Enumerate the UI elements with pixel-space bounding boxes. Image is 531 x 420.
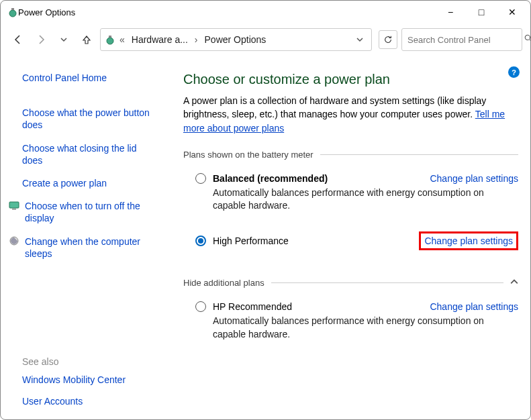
radio-high-performance[interactable] [195,235,206,246]
breadcrumb-hardware[interactable]: Hardware a... [129,33,191,46]
svg-rect-1 [11,8,14,10]
window-title: Power Options [18,7,435,17]
change-plan-balanced[interactable]: Change plan settings [430,173,518,184]
plan-high-performance-label[interactable]: High Performance [213,235,289,246]
change-plan-hp-recommended[interactable]: Change plan settings [430,301,518,312]
power-options-icon [105,34,115,45]
recent-dropdown[interactable] [54,30,73,49]
address-bar[interactable]: « Hardware a... › Power Options [100,28,372,51]
svg-rect-3 [109,36,111,38]
svg-point-4 [525,35,530,40]
maximize-button[interactable]: □ [466,2,497,22]
change-plan-high-performance[interactable]: Change plan settings [424,235,513,246]
sidebar-link-turn-off-display[interactable]: Choose when to turn off the display [25,200,152,224]
hide-additional-plans[interactable]: Hide additional plans [183,278,264,288]
plan-balanced-desc: Automatically balances performance with … [213,187,518,213]
plan-hp-recommended-label[interactable]: HP Recommended [213,301,292,312]
sidebar-link-closing-lid[interactable]: Choose what closing the lid does [22,142,152,166]
minimize-button[interactable]: − [435,2,466,22]
sleep-icon [9,235,19,246]
page-description: A power plan is a collection of hardware… [183,94,518,135]
see-also-user-accounts[interactable]: User Accounts [22,395,152,407]
up-button[interactable] [77,30,96,49]
search-input[interactable] [407,35,520,45]
sidebar-link-power-button[interactable]: Choose what the power button does [22,107,152,131]
chevron-right-icon[interactable]: › [193,34,199,45]
svg-rect-6 [9,202,19,208]
radio-hp-recommended[interactable] [195,301,206,312]
highlight-box: Change plan settings [419,231,518,250]
forward-button[interactable] [32,30,50,49]
breadcrumb-power-options[interactable]: Power Options [202,33,269,46]
radio-balanced[interactable] [195,173,206,184]
address-dropdown[interactable] [352,34,367,45]
sidebar-link-create-plan[interactable]: Create a power plan [22,177,152,189]
see-also-mobility-center[interactable]: Windows Mobility Center [22,374,152,386]
plan-balanced-label[interactable]: Balanced (recommended) [213,173,328,184]
help-button[interactable]: ? [508,66,520,78]
plan-hp-recommended-desc: Automatically balances performance with … [213,315,518,341]
see-also-label: See also [22,356,152,367]
description-text: A power plan is a collection of hardware… [183,95,486,119]
section-battery-meter: Plans shown on the battery meter [183,150,313,160]
control-panel-home-link[interactable]: Control Panel Home [22,72,152,84]
display-icon [9,200,19,211]
close-button[interactable]: ✕ [497,2,528,22]
svg-rect-7 [12,209,16,210]
search-icon[interactable] [524,34,531,45]
refresh-button[interactable] [379,30,397,49]
chevron-left-icon: « [118,34,126,45]
back-button[interactable] [9,30,28,49]
svg-point-2 [107,38,113,44]
svg-point-0 [9,10,16,17]
chevron-up-icon[interactable] [510,277,518,288]
search-box[interactable] [401,28,522,51]
page-title: Choose or customize a power plan [183,72,518,87]
sidebar-link-computer-sleeps[interactable]: Change when the computer sleeps [25,235,152,260]
power-options-icon [7,7,18,17]
